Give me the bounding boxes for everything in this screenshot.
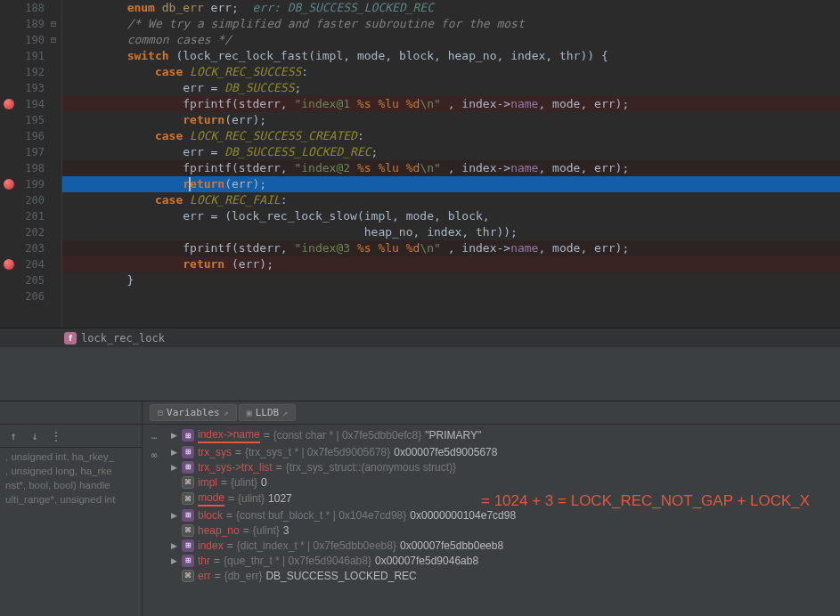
variable-name: heap_no (198, 524, 240, 537)
panel-gap (0, 347, 840, 401)
variable-row[interactable]: ⌘impl = {ulint} 0 (166, 474, 840, 490)
code-editor: 1881891901911921931941951961971981992002… (0, 0, 840, 347)
line-number: 202 (18, 224, 45, 240)
tab-variables[interactable]: ⊟ Variables ↗ (150, 404, 237, 421)
code-line[interactable]: case LOCK_REC_FAIL: (62, 192, 840, 208)
stack-frame[interactable]: , unsigned int, ha_rkey_ (0, 450, 142, 464)
variable-row[interactable]: ⌘mode = {ulint} 1027 (166, 490, 840, 507)
breadcrumb-function[interactable]: lock_rec_lock (81, 332, 165, 344)
struct-icon: ⊞ (182, 509, 194, 522)
fold-column[interactable]: ⊟⊟ (50, 0, 62, 328)
expand-toggle-icon[interactable]: ▶ (169, 463, 178, 472)
breakpoint-icon[interactable] (4, 259, 14, 270)
variable-value: 0x00007fe5dbb0eeb8 (400, 539, 503, 552)
pin-icon: ⊟ (158, 408, 163, 417)
code-area[interactable]: enum db_err err; err: DB_SUCCESS_LOCKED_… (62, 0, 840, 328)
variable-row[interactable]: ⌘err = {db_err} DB_SUCCESS_LOCKED_REC (166, 568, 840, 583)
stack-frame[interactable]: , unsigned long, ha_rke (0, 464, 142, 478)
variable-value: 3 (283, 524, 290, 537)
function-icon: f (64, 332, 77, 344)
code-line[interactable]: case LOCK_REC_SUCCESS: (62, 64, 840, 80)
breakpoint-icon[interactable] (4, 179, 14, 190)
gutter: 1881891901911921931941951961971981992002… (0, 0, 50, 328)
code-line[interactable]: enum db_err err; err: DB_SUCCESS_LOCKED_… (62, 0, 840, 16)
console-icon: ▣ (247, 408, 252, 417)
code-line[interactable]: return(err); (62, 112, 840, 128)
expand-toggle-icon[interactable]: ▶ (169, 448, 178, 457)
variable-row[interactable]: ▶⊞index->name = {const char * | 0x7fe5db… (166, 426, 840, 444)
variable-name: mode (198, 491, 224, 507)
line-number: 205 (18, 272, 45, 288)
variable-name: impl (198, 476, 217, 489)
value-icon: ⌘ (182, 492, 194, 505)
line-number: 204 (18, 256, 45, 272)
struct-icon: ⊞ (182, 446, 194, 458)
variable-type: {ulint} (231, 476, 257, 489)
code-line[interactable]: switch (lock_rec_lock_fast(impl, mode, b… (62, 48, 840, 64)
code-line[interactable]: fprintf(stderr, "index@2 %s %lu %d\n" , … (62, 160, 840, 176)
variable-row[interactable]: ▶⊞trx_sys->trx_list = {trx_sys_struct::(… (166, 459, 840, 474)
code-line[interactable]: heap_no, index, thr)); (62, 224, 840, 240)
line-number: 194 (18, 96, 45, 112)
variable-row[interactable]: ▶⊞thr = {que_thr_t * | 0x7fe5d9046ab8} 0… (166, 553, 840, 568)
frame-options-icon[interactable]: ⋮ (48, 428, 64, 444)
debug-tabs (0, 401, 142, 425)
variables-area: ⊟ Variables ↗ ▣ LLDB ↗ … ∞ = 1024 + 3 = … (143, 401, 840, 616)
expand-toggle-icon[interactable]: ▶ (169, 556, 178, 565)
vars-toolbar: … ∞ (143, 425, 166, 616)
variable-type: {ulint} (253, 524, 280, 537)
variable-name: trx_sys->trx_list (198, 461, 273, 474)
value-icon: ⌘ (182, 476, 194, 489)
variable-value: 0x00007fe5d9005678 (394, 446, 497, 458)
code-line[interactable]: common cases */ (62, 32, 840, 48)
variable-name: index (198, 539, 224, 552)
code-line[interactable]: case LOCK_REC_SUCCESS_CREATED: (62, 128, 840, 144)
line-number: 192 (18, 64, 45, 80)
stack-frames[interactable]: , unsigned int, ha_rkey_, unsigned long,… (0, 448, 142, 616)
code-line[interactable]: err = DB_SUCCESS_LOCKED_REC; (62, 144, 840, 160)
debug-left-column: ↑ ↓ ⋮ , unsigned int, ha_rkey_, unsigned… (0, 401, 143, 616)
variable-type: {trx_sys_struct::(anonymous struct)} (286, 461, 456, 474)
code-line[interactable]: /* We try a simplified and faster subrou… (62, 16, 840, 32)
line-number: 201 (18, 208, 45, 224)
link-icon[interactable]: ∞ (146, 448, 162, 462)
next-frame-icon[interactable]: ↓ (27, 428, 43, 444)
variable-name: block (198, 509, 223, 522)
expand-toggle-icon[interactable]: ▶ (169, 511, 178, 520)
code-line[interactable] (62, 288, 840, 304)
variable-type: {que_thr_t * | 0x7fe5d9046ab8} (224, 555, 371, 567)
code-line[interactable]: err = (lock_rec_lock_slow(impl, mode, bl… (62, 208, 840, 224)
variable-row[interactable]: ▶⊞block = {const buf_block_t * | 0x104e7… (166, 507, 840, 523)
tab-lldb[interactable]: ▣ LLDB ↗ (239, 404, 297, 421)
code-line[interactable]: return (err); (62, 256, 840, 272)
line-number: 193 (18, 80, 45, 96)
variable-name: trx_sys (198, 446, 232, 458)
variable-row[interactable]: ▶⊞index = {dict_index_t * | 0x7fe5dbb0ee… (166, 538, 840, 553)
code-line[interactable]: return(err); (62, 176, 840, 192)
breakpoint-icon[interactable] (4, 99, 14, 109)
variables-tree[interactable]: = 1024 + 3 = LOCK_REC_NOT_GAP + LOCK_X ▶… (166, 425, 840, 616)
fold-toggle-icon[interactable]: ⊟ (51, 20, 60, 28)
variable-row[interactable]: ▶⊞trx_sys = {trx_sys_t * | 0x7fe5d900567… (166, 444, 840, 459)
breadcrumb-bar: f lock_rec_lock (0, 328, 840, 347)
prev-frame-icon[interactable]: ↑ (5, 428, 21, 444)
variable-row[interactable]: ⌘heap_no = {ulint} 3 (166, 523, 840, 538)
line-number: 198 (18, 160, 45, 176)
expand-toggle-icon[interactable]: ▶ (169, 431, 178, 440)
add-watch-icon[interactable]: … (146, 428, 162, 442)
variable-value: 0 (261, 476, 267, 489)
line-number: 197 (18, 144, 45, 160)
line-number: 191 (18, 48, 45, 64)
variable-value: "PRIMARY" (425, 429, 481, 442)
code-line[interactable]: err = DB_SUCCESS; (62, 80, 840, 96)
code-line[interactable]: fprintf(stderr, "index@1 %s %lu %d\n" , … (62, 96, 840, 112)
stack-frame[interactable]: nst*, bool, bool) handle (0, 478, 142, 492)
line-number: 188 (18, 0, 45, 16)
line-number: 196 (18, 128, 45, 144)
stack-frame[interactable]: ulti_range*, unsigned int (0, 492, 142, 507)
fold-toggle-icon[interactable]: ⊟ (51, 36, 60, 45)
code-line[interactable]: fprintf(stderr, "index@3 %s %lu %d\n" , … (62, 240, 840, 256)
code-line[interactable]: } (62, 272, 840, 288)
variable-value: 1027 (268, 492, 292, 505)
expand-toggle-icon[interactable]: ▶ (169, 541, 178, 550)
